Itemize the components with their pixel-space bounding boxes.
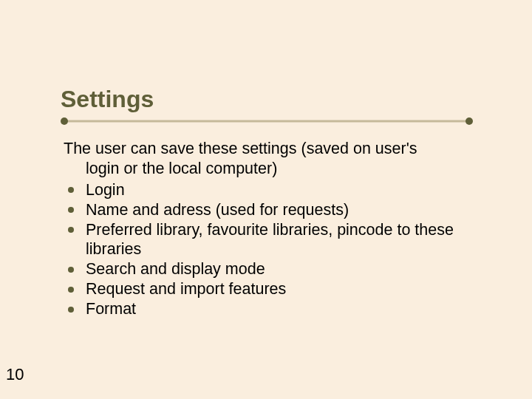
intro-line1: The user can save these settings (saved … (64, 140, 417, 157)
slide-title: Settings (61, 86, 154, 113)
intro-text: The user can save these settings (saved … (64, 139, 494, 179)
svg-point-1 (61, 117, 68, 125)
list-item: Preferred library, favourite libraries, … (64, 220, 494, 260)
bullet-list: Login Name and adress (used for requests… (64, 180, 494, 319)
intro-line2: login or the local computer) (86, 159, 494, 179)
slide-body: The user can save these settings (saved … (64, 139, 494, 319)
list-item: Request and import features (64, 279, 494, 299)
list-item: Search and display mode (64, 259, 494, 279)
list-item: Name and adress (used for requests) (64, 200, 494, 220)
list-item: Format (64, 299, 494, 319)
svg-point-2 (466, 117, 473, 125)
title-underline (61, 117, 473, 124)
list-item: Login (64, 180, 494, 200)
page-number: 10 (6, 365, 24, 384)
